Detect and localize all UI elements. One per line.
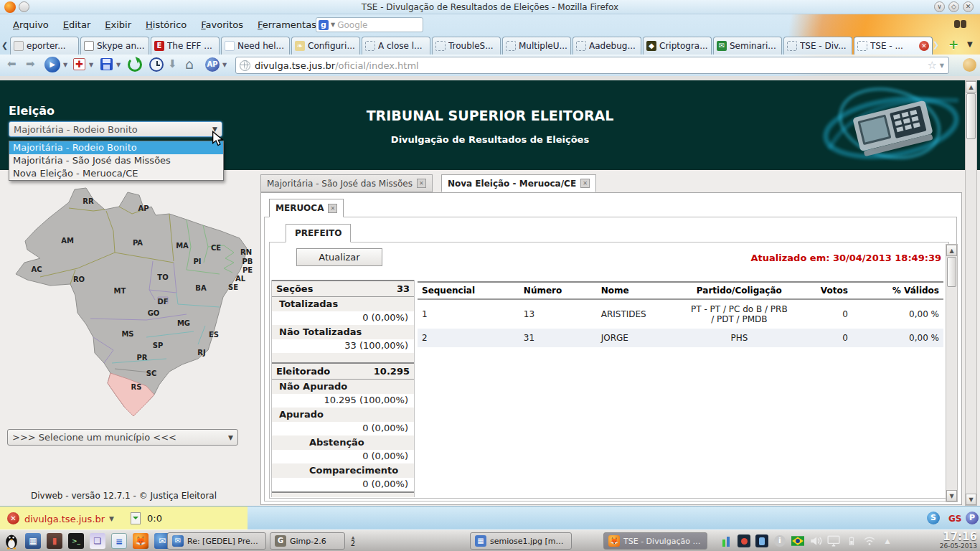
skype-status-icon[interactable]: S <box>927 512 940 524</box>
close-icon[interactable]: ✕ <box>417 179 426 188</box>
maximize-button[interactable]: ◇ <box>948 1 959 12</box>
workspace-spinner[interactable]: ▲2 <box>347 534 359 548</box>
documents-icon[interactable]: ❏ <box>89 532 106 550</box>
firefox-icon[interactable]: 🦊 <box>132 532 149 550</box>
state-label-rs[interactable]: RS <box>131 383 142 391</box>
browser-tab[interactable]: NSkype an... <box>80 37 149 55</box>
taskbar-window-thunderbird[interactable]: ✉Re: [GEDEL] Presidente <box>167 532 266 550</box>
state-label-ms[interactable]: MS <box>121 330 133 338</box>
forward-button[interactable]: ➡ <box>26 57 35 70</box>
brazil-flag-icon[interactable] <box>791 534 804 547</box>
election-dropdown-list[interactable]: Majoritária - Rodeio BonitoMajoritária -… <box>9 141 224 181</box>
page-scrollbar[interactable]: ▲ ▼ <box>965 80 977 506</box>
browser-tab[interactable]: TroubleS... <box>432 37 501 55</box>
back-button[interactable]: ⬅ <box>7 57 17 70</box>
close-icon[interactable]: ✕ <box>580 179 590 188</box>
status-domain[interactable]: divulga.tse.jus.br <box>24 514 105 524</box>
browser-tab[interactable]: Aadebug... <box>573 37 641 55</box>
state-label-es[interactable]: ES <box>209 331 219 339</box>
state-label-pi[interactable]: PI <box>193 258 201 265</box>
state-label-pb[interactable]: PB <box>242 258 253 265</box>
menu-favoritos[interactable]: Favoritos <box>194 15 250 34</box>
election-option[interactable]: Nova Eleição - Meruoca/CE <box>9 167 223 180</box>
home-button[interactable]: ⌂ <box>185 56 194 72</box>
state-label-pr[interactable]: PR <box>136 354 147 362</box>
municipio-select[interactable]: >>> Selecione um município <<< ▼ <box>7 429 238 446</box>
download-button[interactable]: ⬇ <box>168 57 177 70</box>
save-button[interactable] <box>100 58 113 70</box>
state-label-sp[interactable]: SP <box>153 342 164 349</box>
tux-menu-icon[interactable] <box>3 532 20 550</box>
speaker-icon[interactable] <box>809 534 822 547</box>
monitor-icon[interactable] <box>827 534 840 547</box>
chevron-down-icon[interactable]: ▼ <box>116 62 121 68</box>
window-titlebar[interactable]: TSE - Divulgação de Resultados de Eleiçõ… <box>0 0 980 14</box>
election-select[interactable]: Majoritária - Rodeio Bonito ▼ <box>9 121 222 137</box>
election-option[interactable]: Majoritária - São José das Missões <box>9 154 223 167</box>
browser-tab[interactable]: ❧Configuri... <box>291 37 360 55</box>
scroll-up-icon[interactable]: ▲ <box>966 81 976 93</box>
bookmark-star-icon[interactable]: ☆ <box>927 59 936 72</box>
badge-red-icon[interactable] <box>738 534 750 547</box>
search-box[interactable]: g ▼ Google <box>316 17 423 32</box>
medkit-button[interactable]: ✚ <box>73 58 85 70</box>
close-icon[interactable]: ✕ <box>328 204 337 213</box>
close-button[interactable]: ✕ <box>963 1 974 12</box>
refresh-button[interactable]: Atualizar <box>296 248 382 266</box>
scrollbar-thumb[interactable] <box>966 93 976 139</box>
mini-chart-icon[interactable] <box>720 534 732 547</box>
search-placeholder[interactable]: Google <box>337 20 367 30</box>
state-label-sc[interactable]: SC <box>146 369 157 377</box>
scroll-down-icon[interactable]: ▼ <box>966 494 976 505</box>
history-clock-button[interactable] <box>149 57 164 72</box>
chevron-down-icon[interactable]: ▼ <box>89 62 93 68</box>
writer-icon[interactable]: ≡ <box>110 532 128 550</box>
state-label-mg[interactable]: MG <box>177 319 190 327</box>
chevron-down-icon[interactable]: ▼ <box>940 62 944 69</box>
theme-button[interactable] <box>963 58 976 72</box>
state-label-ap[interactable]: AP <box>138 204 149 212</box>
state-label-ro[interactable]: RO <box>73 276 85 283</box>
browser-tab[interactable]: EThe EFF ... <box>151 37 220 55</box>
url-bar[interactable]: divulga.tse.jus.br /oficial/index.html ☆… <box>235 57 949 74</box>
chevron-down-icon[interactable]: ▼ <box>222 62 227 68</box>
state-label-ba[interactable]: BA <box>195 284 207 292</box>
plugin-badge[interactable]: P <box>966 512 979 524</box>
close-icon[interactable]: ✕ <box>919 41 929 51</box>
state-label-go[interactable]: GO <box>148 309 160 317</box>
scroll-down-icon[interactable]: ▼ <box>946 490 957 501</box>
state-label-ac[interactable]: AC <box>31 265 42 273</box>
result-tab[interactable]: Nova Eleição - Meruoca/CE✕ <box>441 174 596 192</box>
tab-prefeito[interactable]: PREFEITO <box>286 224 351 242</box>
wifi-icon[interactable] <box>863 534 876 547</box>
browser-tab[interactable]: ANeed hel... <box>221 37 290 55</box>
chevron-down-icon[interactable]: ▼ <box>109 515 114 522</box>
tab-meruoca[interactable]: MERUOCA ✕ <box>269 199 344 217</box>
addon-logo-button[interactable]: AP <box>205 57 220 72</box>
taskbar-window-gimp[interactable]: GGimp-2.6 <box>270 532 345 550</box>
scroll-up-icon[interactable]: ▲ <box>946 245 957 256</box>
state-label-ma[interactable]: MA <box>176 242 189 250</box>
blocked-icon[interactable]: ✕ <box>7 512 19 524</box>
browser-tab[interactable]: eporter... <box>10 37 79 55</box>
reload-button[interactable] <box>128 57 142 72</box>
folder-icon[interactable]: ▮ <box>46 532 63 550</box>
brazil-map[interactable]: RRAPAMPAMACERNPBPEPIALSEACROTOBAMTDFGOMG… <box>6 178 253 422</box>
taskbar-window-image[interactable]: ▦semiose1.jpg [modifica <box>470 532 572 550</box>
terminal-icon[interactable]: >_ <box>67 532 85 550</box>
state-label-mt[interactable]: MT <box>114 287 126 295</box>
browser-tab[interactable]: MultipleU... <box>502 37 571 55</box>
scrollbar-thumb[interactable] <box>947 257 956 287</box>
state-label-rr[interactable]: RR <box>83 197 94 205</box>
menu-ferramentas[interactable]: Ferramentas <box>250 15 324 34</box>
result-tab[interactable]: Majoritária - São José das Missões✕ <box>260 174 433 192</box>
tab-scroll-left-button[interactable]: ❮ <box>0 37 9 54</box>
play-button[interactable]: ▶ <box>44 57 60 72</box>
badge-blue-icon[interactable] <box>755 534 768 547</box>
election-option[interactable]: Majoritária - Rodeio Bonito <box>9 141 223 154</box>
new-tab-button[interactable]: + <box>948 37 958 52</box>
list-all-tabs-button[interactable]: ▼ <box>967 40 973 48</box>
panel-scrollbar[interactable]: ▲ ▼ <box>946 244 958 502</box>
state-label-df[interactable]: DF <box>157 298 168 306</box>
menu-editar[interactable]: Editar <box>56 15 98 34</box>
